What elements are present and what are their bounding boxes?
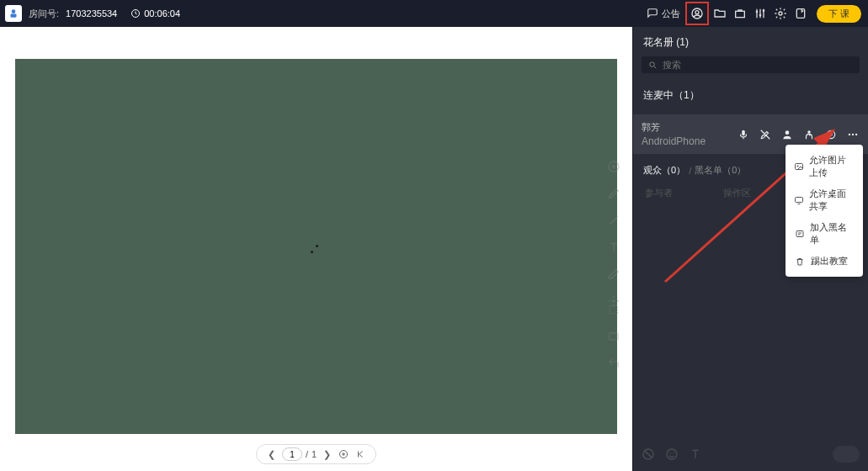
- svg-point-26: [667, 449, 677, 459]
- header-right: 公告 下 课: [643, 2, 868, 25]
- person-icon[interactable]: [780, 128, 794, 141]
- image-tool-icon[interactable]: [605, 328, 622, 345]
- svg-point-4: [695, 11, 699, 14]
- add-tool-icon[interactable]: [605, 158, 622, 175]
- svg-point-14: [785, 130, 790, 135]
- user-controls: [737, 128, 860, 141]
- menu-add-blacklist[interactable]: 加入黑名单: [785, 217, 863, 251]
- undo-tool-icon[interactable]: [605, 355, 622, 372]
- svg-rect-23: [796, 198, 803, 203]
- canvas-toolbar: [602, 158, 626, 310]
- user-device: AndroidPhone: [642, 135, 706, 147]
- search-box[interactable]: [642, 56, 860, 73]
- text-tool-icon[interactable]: [605, 239, 622, 256]
- whiteboard-wrap: [0, 27, 632, 439]
- room-id: 1703235534: [66, 8, 117, 19]
- svg-point-15: [807, 130, 811, 134]
- image-upload-icon: [794, 161, 804, 172]
- pen-tool-icon[interactable]: [605, 185, 622, 202]
- svg-rect-24: [796, 231, 803, 237]
- camera-icon[interactable]: [824, 128, 838, 141]
- svg-point-27: [669, 452, 670, 453]
- svg-point-9: [779, 12, 782, 15]
- svg-point-7: [759, 14, 762, 17]
- line-tool-icon[interactable]: [605, 212, 622, 229]
- add-page-icon[interactable]: [337, 447, 350, 461]
- canvas-area: ❮ / 1 ❯: [0, 27, 632, 471]
- svg-point-6: [756, 11, 759, 13]
- first-page-icon[interactable]: [354, 447, 367, 461]
- svg-rect-13: [742, 130, 745, 135]
- whiteboard[interactable]: [15, 59, 617, 434]
- eraser-tool-icon[interactable]: [605, 266, 622, 283]
- announce-label: 公告: [662, 8, 680, 20]
- session-timer: 00:06:04: [130, 8, 180, 19]
- svg-point-18: [849, 133, 850, 135]
- adjust-icon[interactable]: [751, 4, 769, 23]
- svg-point-0: [12, 9, 16, 13]
- blacklist-tab[interactable]: 黑名单（0）: [695, 164, 746, 177]
- page-total: 1: [312, 449, 317, 459]
- mic-icon[interactable]: [737, 128, 750, 141]
- svg-point-8: [763, 9, 765, 12]
- menu-allow-screenshare[interactable]: 允许桌面共享: [785, 183, 863, 217]
- pager-sep: /: [306, 449, 308, 459]
- end-class-button[interactable]: 下 课: [817, 5, 861, 23]
- pager: ❮ / 1 ❯: [0, 439, 632, 471]
- header-left: 房间号: 1703235534 00:06:04: [0, 5, 180, 22]
- chat-footer: [633, 441, 868, 471]
- more-icon[interactable]: [846, 128, 860, 141]
- user-more-menu: 允许图片上传 允许桌面共享 加入黑名单 踢出教室: [785, 145, 863, 277]
- page-input[interactable]: [282, 447, 302, 461]
- announcement-button[interactable]: 公告: [643, 6, 684, 22]
- menu-item-label: 允许桌面共享: [809, 188, 855, 213]
- stage-icon[interactable]: [802, 128, 816, 141]
- svg-rect-31: [610, 305, 617, 313]
- timer-text: 00:06:04: [144, 8, 180, 19]
- trash-icon: [794, 256, 806, 267]
- menu-item-label: 加入黑名单: [810, 221, 855, 246]
- svg-rect-1: [11, 14, 17, 18]
- next-page-icon[interactable]: ❯: [320, 447, 333, 461]
- svg-point-22: [797, 166, 799, 167]
- pen-disabled-icon[interactable]: [759, 128, 772, 141]
- participants-col: 参与者: [645, 187, 673, 199]
- text-icon[interactable]: [689, 447, 702, 461]
- emoji-icon[interactable]: [665, 447, 679, 461]
- pager-group: ❮ / 1 ❯: [256, 444, 376, 464]
- gear-icon[interactable]: [771, 4, 790, 23]
- search-input[interactable]: [663, 60, 853, 70]
- canvas-toolbar-lower: [602, 301, 626, 372]
- connected-user: 郭芳 AndroidPhone 允许图片上传 允许桌面共享: [633, 114, 868, 154]
- svg-rect-32: [610, 333, 619, 340]
- chat-disable-icon[interactable]: [642, 447, 655, 461]
- audience-tab[interactable]: 观众（0）: [643, 164, 685, 177]
- stroke-dot: [316, 245, 318, 247]
- folder-icon[interactable]: [711, 4, 729, 23]
- briefcase-icon[interactable]: [731, 4, 749, 23]
- menu-item-label: 允许图片上传: [809, 154, 855, 179]
- stroke-dot: [311, 251, 313, 253]
- user-info: 郭芳 AndroidPhone: [642, 121, 706, 147]
- menu-allow-image[interactable]: 允许图片上传: [785, 150, 863, 183]
- tab-separator: /: [689, 166, 691, 176]
- menu-kick[interactable]: 踢出教室: [785, 251, 863, 272]
- svg-point-28: [673, 452, 674, 453]
- prev-page-icon[interactable]: ❮: [265, 447, 279, 461]
- svg-rect-10: [796, 9, 804, 19]
- connected-title: 连麦中（1）: [633, 80, 868, 109]
- room-label: 房间号:: [29, 8, 59, 20]
- main-area: ❮ / 1 ❯ 花名册 (1) 连麦中（1） 郭芳 A: [0, 27, 868, 471]
- user-name: 郭芳: [642, 121, 706, 134]
- send-button[interactable]: [833, 446, 860, 463]
- roster-title: 花名册 (1): [633, 27, 868, 56]
- note-icon[interactable]: [791, 4, 810, 23]
- roster-icon[interactable]: [688, 4, 706, 23]
- roster-icon-highlight: [685, 2, 709, 25]
- select-tool-icon[interactable]: [605, 301, 622, 318]
- svg-point-17: [829, 133, 833, 136]
- app-logo: [5, 5, 22, 22]
- blacklist-icon: [794, 228, 805, 240]
- top-header: 房间号: 1703235534 00:06:04 公告 下 课: [0, 0, 868, 27]
- menu-item-label: 踢出教室: [811, 255, 848, 267]
